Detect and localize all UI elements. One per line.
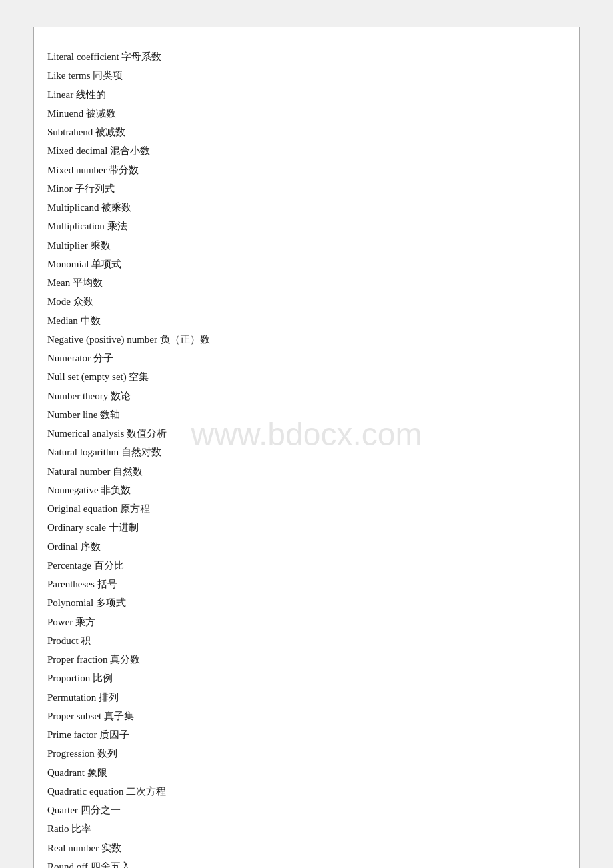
list-item: Mixed number 带分数: [47, 161, 566, 179]
list-item: Subtrahend 被减数: [47, 123, 566, 141]
list-item: Nonnegative 非负数: [47, 481, 566, 499]
list-item: Percentage 百分比: [47, 556, 566, 575]
list-item: Numerator 分子: [47, 349, 566, 367]
list-item: Natural number 自然数: [47, 462, 566, 481]
list-item: Proper fraction 真分数: [47, 650, 566, 669]
list-item: Parentheses 括号: [47, 575, 566, 593]
list-item: Proper subset 真子集: [47, 707, 566, 725]
list-item: Quadrant 象限: [47, 763, 566, 782]
list-item: Negative (positive) number 负（正）数: [47, 330, 566, 349]
list-item: Like terms 同类项: [47, 66, 566, 85]
list-item: Null set (empty set) 空集: [47, 367, 566, 386]
list-item: Permutation 排列: [47, 688, 566, 707]
list-item: Literal coefficient 字母系数: [47, 47, 566, 66]
list-item: Progression 数列: [47, 744, 566, 763]
list-item: Minuend 被减数: [47, 104, 566, 123]
list-item: Mixed decimal 混合小数: [47, 141, 566, 160]
list-item: Round off 四舍五入: [47, 857, 566, 868]
list-item: Number theory 数论: [47, 387, 566, 405]
list-item: Mode 众数: [47, 292, 566, 311]
list-item: Monomial 单项式: [47, 255, 566, 273]
list-item: Real number 实数: [47, 839, 566, 857]
list-item: Linear 线性的: [47, 85, 566, 104]
list-item: Number line 数轴: [47, 405, 566, 424]
list-item: Ordinal 序数: [47, 537, 566, 556]
list-item: Median 中数: [47, 311, 566, 330]
page-container: Literal coefficient 字母系数Like terms 同类项Li…: [33, 27, 580, 868]
list-item: Product 积: [47, 631, 566, 650]
list-item: Multiplier 乘数: [47, 236, 566, 255]
term-list: Literal coefficient 字母系数Like terms 同类项Li…: [47, 47, 566, 868]
list-item: Quarter 四分之一: [47, 801, 566, 819]
list-item: Proportion 比例: [47, 669, 566, 687]
list-item: Numerical analysis 数值分析: [47, 424, 566, 443]
list-item: Original equation 原方程: [47, 499, 566, 518]
list-item: Minor 子行列式: [47, 179, 566, 198]
list-item: Natural logarithm 自然对数: [47, 443, 566, 461]
list-item: Power 乘方: [47, 613, 566, 631]
list-item: Prime factor 质因子: [47, 725, 566, 744]
list-item: Mean 平均数: [47, 273, 566, 292]
list-item: Polynomial 多项式: [47, 593, 566, 612]
list-item: Ratio 比率: [47, 819, 566, 838]
list-item: Multiplicand 被乘数: [47, 198, 566, 217]
list-item: Multiplication 乘法: [47, 217, 566, 235]
list-item: Ordinary scale 十进制: [47, 518, 566, 537]
list-item: Quadratic equation 二次方程: [47, 782, 566, 801]
